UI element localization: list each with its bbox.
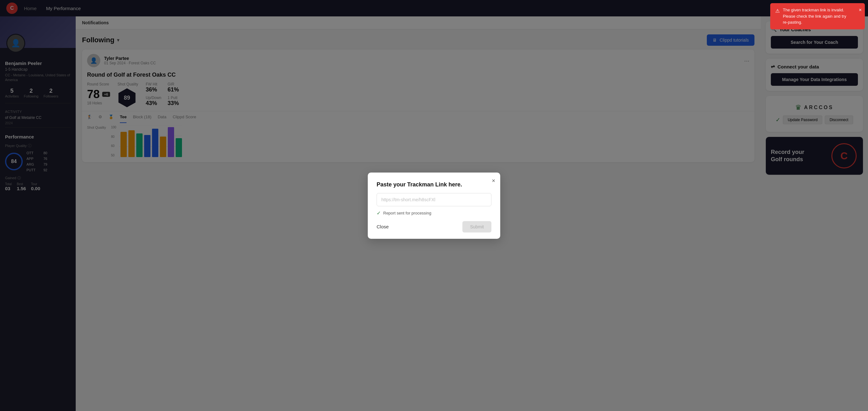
trackman-modal: Paste your Trackman Link here. × ✓ Repor… bbox=[368, 172, 500, 239]
modal-submit-button[interactable]: Submit bbox=[462, 221, 491, 232]
warning-icon: ⚠ bbox=[775, 7, 780, 15]
modal-title: Paste your Trackman Link here. bbox=[377, 181, 491, 188]
toast-close-button[interactable]: × bbox=[859, 6, 862, 14]
modal-success-message: ✓ Report sent for processing bbox=[377, 210, 491, 216]
modal-overlay[interactable]: Paste your Trackman Link here. × ✓ Repor… bbox=[0, 0, 868, 411]
success-checkmark-icon: ✓ bbox=[377, 210, 381, 216]
modal-actions: Close Submit bbox=[377, 221, 491, 232]
modal-close-text-button[interactable]: Close bbox=[377, 224, 389, 229]
modal-close-button[interactable]: × bbox=[492, 178, 495, 184]
error-toast: ⚠ The given trackman link is invalid. Pl… bbox=[770, 3, 865, 29]
error-toast-message: The given trackman link is invalid. Plea… bbox=[783, 7, 852, 26]
trackman-link-input[interactable] bbox=[377, 193, 491, 206]
